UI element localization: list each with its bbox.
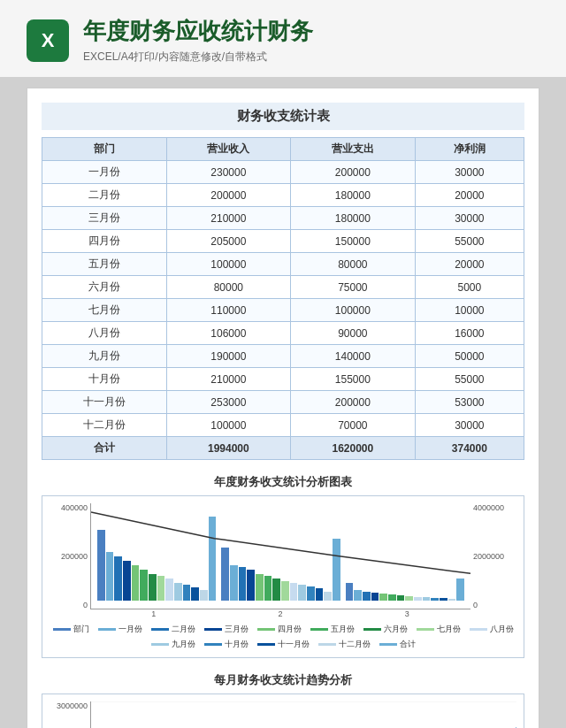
table-row: 九月份19000014000050000 <box>42 345 524 368</box>
chart-area-bars <box>90 503 470 609</box>
legend-item: 四月份 <box>257 624 302 635</box>
y-axis-left: 400000 200000 0 <box>50 503 90 609</box>
table-row: 七月份11000010000010000 <box>42 299 524 322</box>
y-axis-line: 3000000 2000000 1000000 0 <box>50 701 90 728</box>
legend-item: 五月份 <box>310 624 355 635</box>
finance-table: 部门营业收入营业支出净利润 一月份23000020000030000二月份200… <box>42 137 524 460</box>
chart2-section: 每月财务收支统计趋势分析 3000000 2000000 1000000 0 <box>42 672 524 728</box>
legend-item: 二月份 <box>151 624 195 635</box>
table-row: 二月份20000018000020000 <box>42 184 524 207</box>
legend-item: 十二月份 <box>318 639 371 650</box>
table-row: 三月份21000018000030000 <box>42 207 524 230</box>
table-row: 四月份20500015000055000 <box>42 230 524 253</box>
chart2-container: 3000000 2000000 1000000 0 <box>42 694 524 728</box>
table-row: 十一月份25300020000053000 <box>42 391 524 414</box>
table-row: 十月份21000015500055000 <box>42 368 524 391</box>
chart1-title: 年度财务收支统计分析图表 <box>42 474 524 490</box>
table-row: 一月份23000020000030000 <box>42 161 524 184</box>
legend-item: 九月份 <box>151 639 195 650</box>
page-header: X 年度财务应收统计财务 EXCEL/A4打印/内容随意修改/自带格式 <box>0 0 566 77</box>
table-row: 六月份80000750005000 <box>42 276 524 299</box>
chart2-title: 每月财务收支统计趋势分析 <box>42 672 524 688</box>
chart1-legend: 部门一月份二月份三月份四月份五月份六月份七月份八月份九月份十月份十一月份十二月份… <box>50 624 516 650</box>
line-chart-area <box>90 701 516 728</box>
legend-item: 三月份 <box>204 624 249 635</box>
legend-item: 十一月份 <box>257 639 310 650</box>
legend-item: 六月份 <box>363 624 408 635</box>
legend-item: 部门 <box>53 624 89 635</box>
table-footer-row: 合计19940001620000374000 <box>42 437 524 460</box>
chart1-section: 年度财务收支统计分析图表 400000 200000 0 4000000 200… <box>42 474 524 658</box>
legend-item: 七月份 <box>417 624 461 635</box>
legend-item: 十月份 <box>204 639 249 650</box>
table-title: 财务收支统计表 <box>42 103 524 130</box>
legend-item: 合计 <box>379 639 416 650</box>
bar-chart-wrapper: 400000 200000 0 4000000 2000000 0 <box>50 503 516 609</box>
legend-item: 八月份 <box>470 624 514 635</box>
page-title: 年度财务应收统计财务 <box>83 16 313 47</box>
line-chart-wrapper: 3000000 2000000 1000000 0 <box>50 701 516 728</box>
header-text: 年度财务应收统计财务 EXCEL/A4打印/内容随意修改/自带格式 <box>83 16 313 65</box>
line-chart-svg <box>91 701 516 728</box>
legend-item: 一月份 <box>98 624 142 635</box>
table-header-row: 部门营业收入营业支出净利润 <box>42 138 524 161</box>
table-row: 十二月份1000007000030000 <box>42 414 524 437</box>
main-content: 财务收支统计表 部门营业收入营业支出净利润 一月份230000200000300… <box>27 88 539 728</box>
table-row: 八月份1060009000016000 <box>42 322 524 345</box>
y-axis-right: 4000000 2000000 0 <box>470 503 516 609</box>
chart1-container: 400000 200000 0 4000000 2000000 0 1 2 3 <box>42 495 524 658</box>
table-row: 五月份1000008000020000 <box>42 253 524 276</box>
excel-icon: X <box>27 19 69 62</box>
page-subtitle: EXCEL/A4打印/内容随意修改/自带格式 <box>83 50 313 65</box>
x-axis-labels: 1 2 3 <box>90 609 470 618</box>
